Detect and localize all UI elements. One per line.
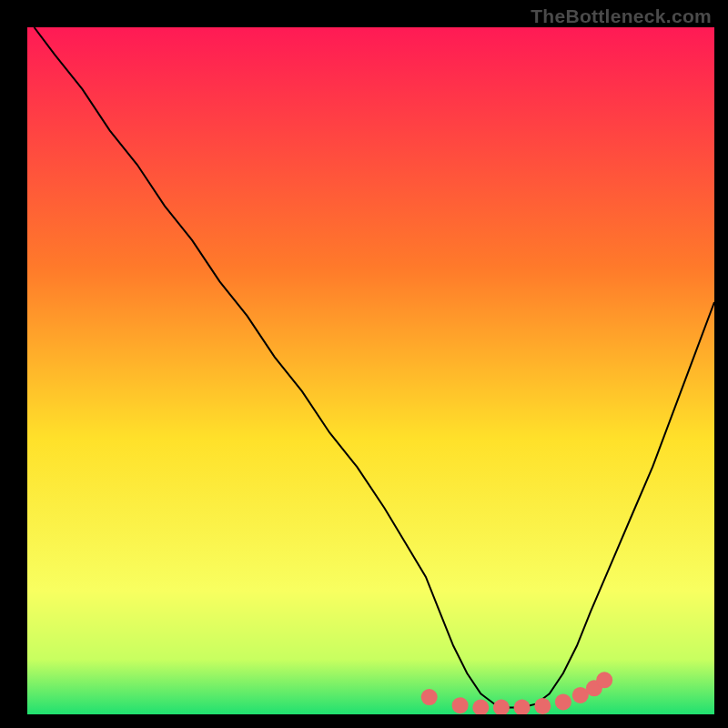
svg-point-1 xyxy=(452,697,469,713)
svg-point-6 xyxy=(555,693,571,710)
svg-point-0 xyxy=(421,689,438,705)
gradient-bg xyxy=(27,27,714,714)
svg-point-5 xyxy=(534,698,551,714)
watermark: TheBottleneck.com xyxy=(531,5,712,27)
svg-point-9 xyxy=(596,672,612,688)
chart-area xyxy=(27,27,714,714)
chart-svg xyxy=(27,27,714,714)
